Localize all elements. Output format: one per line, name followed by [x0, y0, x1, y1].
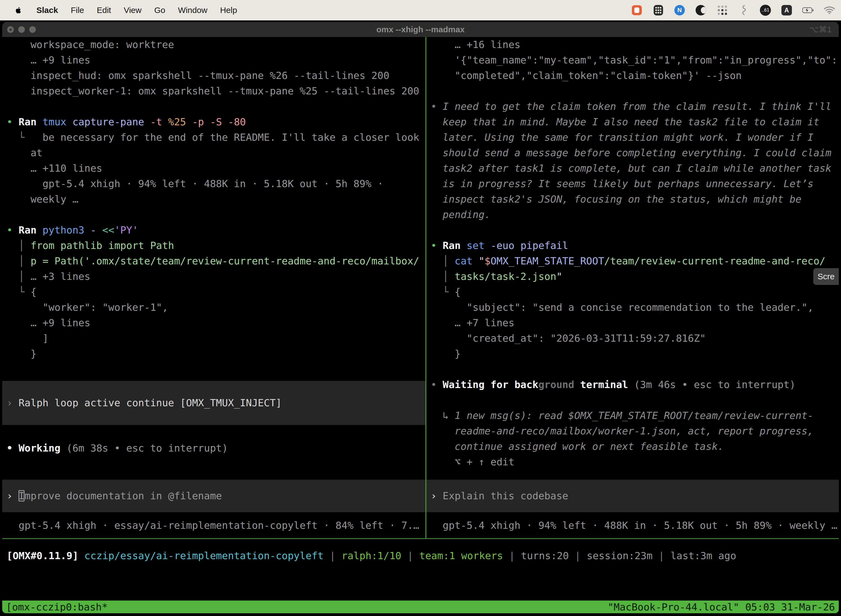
command-line: • Ran python3 - <<'PY' — [2, 223, 425, 238]
prompt-input[interactable]: › Explain this codebase — [426, 480, 839, 512]
thinking-text: should send a message before completing … — [426, 145, 839, 161]
terminal-line: inspect_worker-1: omx sparkshell --tmux-… — [2, 84, 425, 99]
menu-bar: SlackFileEditViewGoWindowHelp N ..61 A — [0, 0, 841, 21]
thinking-text: • I need to get the claim token from the… — [426, 99, 839, 114]
blue-app-icon[interactable]: N — [674, 5, 685, 15]
command-line: • Ran tmux capture-pane -t %25 -p -S -80 — [2, 114, 425, 130]
tmux-status-bar: [omx-cczip0:bash* "MacBook-Pro-44.local"… — [2, 601, 839, 613]
menu-item-file[interactable]: File — [70, 6, 84, 15]
keyboard-layout-icon[interactable]: A — [781, 5, 792, 15]
menu-item-go[interactable]: Go — [154, 6, 165, 15]
crescent-icon[interactable] — [695, 5, 706, 16]
terminal-line: … +9 lines — [2, 53, 425, 68]
menu-item-view[interactable]: View — [124, 6, 141, 15]
tmux-session-name: [omx-cczip0:bash* — [6, 601, 108, 613]
blank-line — [426, 392, 839, 408]
working-status-line: • Working (6m 38s • esc to interrupt) — [2, 440, 425, 456]
thinking-text: keep that in mind. Maybe I also need the… — [426, 114, 839, 130]
battery-icon[interactable] — [802, 5, 813, 16]
terminal-line: └ { — [426, 284, 839, 300]
thinking-text: is in progress? It seems likely but perh… — [426, 176, 839, 192]
edit-hint: ⌥ + ↑ edit — [426, 454, 839, 470]
thinking-text: inspect task2's JSON, focusing on the st… — [426, 192, 839, 207]
mailbox-message: continue assigned work or next feasible … — [426, 439, 839, 454]
mailbox-message: readme-and-reco/mailbox/worker-1.json, a… — [426, 423, 839, 439]
model-status-line: gpt-5.4 xhigh · 94% left · 488K in · 5.1… — [426, 518, 839, 533]
terminal-line: "created_at": "2026-03-31T11:59:27.816Z" — [426, 331, 839, 346]
terminal-line: │ tasks/task-2.json" — [426, 269, 839, 284]
thinking-text: pending. — [426, 207, 839, 223]
menu-item-edit[interactable]: Edit — [97, 6, 111, 15]
omx-session-status-line: [OMX#0.11.9] cczip/essay/ai-reimplementa… — [7, 548, 736, 563]
screen-tooltip: Scre — [813, 268, 839, 285]
blank-line — [2, 99, 425, 114]
terminal-line: } — [2, 346, 425, 362]
terminal-line: "subject": "send a concise recommendatio… — [426, 300, 839, 315]
blank-line — [426, 362, 839, 377]
terminal-line: ] — [2, 331, 425, 346]
apple-menu-icon[interactable] — [13, 5, 24, 16]
terminal-line: inspect_hud: omx sparkshell --tmux-pane … — [2, 68, 425, 84]
terminal-content: workspace_mode: worktree … +9 lines insp… — [2, 37, 839, 616]
command-line: • Ran set -euo pipefail — [426, 238, 839, 253]
terminal-line: weekly … — [2, 192, 425, 207]
terminal-line: gpt-5.4 xhigh · 94% left · 488K in · 5.1… — [2, 176, 425, 192]
blank-line — [2, 207, 425, 223]
terminal-line: │ from pathlib import Path — [2, 238, 425, 253]
terminal-line: "worker": "worker-1", — [2, 300, 425, 315]
prompt-input[interactable]: › Improve documentation in @filename — [2, 480, 425, 512]
tmux-host-clock: "MacBook-Pro-44.local" 05:03 31-Mar-26 — [608, 601, 835, 613]
terminal-line: at — [2, 145, 425, 161]
worker-pane[interactable]: … +16 lines '{"team_name":"my-team","tas… — [426, 37, 839, 538]
blank-line — [2, 425, 425, 440]
loop-status-band: › Ralph loop active continue [OMX_TMUX_I… — [2, 381, 425, 425]
app-menus: SlackFileEditViewGoWindowHelp — [37, 6, 237, 15]
screen-record-icon[interactable] — [631, 5, 642, 16]
terminal-line: workspace_mode: worktree — [2, 37, 425, 53]
model-status-line: gpt-5.4 xhigh · essay/ai-reimplementatio… — [2, 518, 425, 533]
terminal-window: omx --xhigh --madmax ⌥⌘1 workspace_mode:… — [2, 22, 839, 616]
window-title-bar[interactable]: omx --xhigh --madmax ⌥⌘1 — [2, 22, 839, 37]
terminal-line: … +7 lines — [426, 315, 839, 331]
terminal-line: └ { — [2, 284, 425, 300]
waiting-status-line: • Waiting for background terminal (3m 46… — [426, 377, 839, 392]
terminal-line: │ p = Path('.omx/state/team/review-curre… — [2, 253, 425, 269]
blank-line — [2, 362, 425, 377]
terminal-line: } — [426, 346, 839, 362]
menu-item-help[interactable]: Help — [220, 6, 237, 15]
squiggle-icon[interactable] — [738, 5, 749, 16]
hud-pane[interactable]: workspace_mode: worktree … +9 lines insp… — [2, 37, 425, 538]
mailbox-message: ↳ 1 new msg(s): read $OMX_TEAM_STATE_ROO… — [426, 408, 839, 423]
menu-item-slack[interactable]: Slack — [37, 6, 58, 15]
thinking-text: later. Using the same for transition mig… — [426, 130, 839, 145]
wifi-icon[interactable] — [824, 5, 835, 16]
battery-percent-icon[interactable]: ..61 — [760, 5, 771, 16]
dots-grid-icon[interactable] — [717, 5, 728, 16]
terminal-line: └ be necessary for the end of the README… — [2, 130, 425, 145]
terminal-line: │ … +3 lines — [2, 269, 425, 284]
terminal-line: … +9 lines — [2, 315, 425, 331]
blank-line — [426, 223, 839, 238]
terminal-line: … +110 lines — [2, 161, 425, 176]
blank-line — [426, 84, 839, 99]
terminal-line: '{"team_name":"my-team","task_id":"1","f… — [426, 53, 839, 68]
terminal-line: "completed","claim_token":"claim-token"}… — [426, 68, 839, 84]
terminal-line: │ cat "$OMX_TEAM_STATE_ROOT/team/review-… — [426, 253, 839, 269]
thinking-text: task2 after task1 is complete, but can I… — [426, 161, 839, 176]
grid-shield-icon[interactable] — [653, 5, 664, 16]
pane-bottom-border — [2, 538, 839, 539]
window-shortcut-badge: ⌥⌘1 — [809, 22, 832, 37]
menu-item-window[interactable]: Window — [178, 6, 208, 15]
window-title: omx --xhigh --madmax — [2, 22, 839, 37]
terminal-line: … +16 lines — [426, 37, 839, 53]
